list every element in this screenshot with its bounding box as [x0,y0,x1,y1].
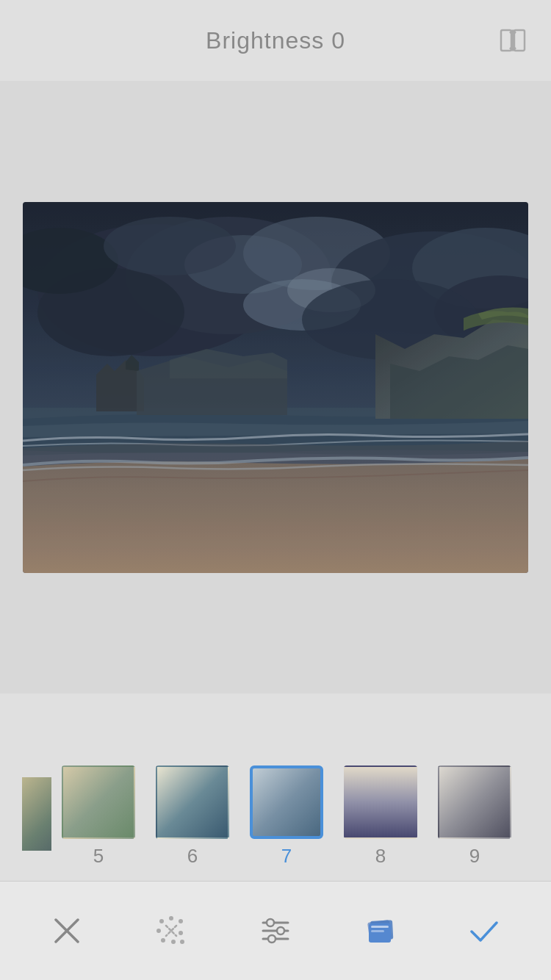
filter-thumb-6 [156,765,229,839]
cancel-button[interactable] [37,901,96,960]
svg-point-39 [267,919,274,926]
filter-item-6[interactable]: 6 [145,758,240,875]
deselect-icon[interactable] [142,901,201,960]
svg-rect-23 [23,202,528,573]
filter-item-7[interactable]: 7 [240,758,334,875]
main-image [23,202,528,573]
svg-rect-45 [371,926,389,928]
filter-label-9: 9 [469,845,480,868]
filter-thumb-7 [250,765,323,839]
filter-strip: 5 6 7 8 9 [0,752,551,881]
svg-point-30 [179,931,183,935]
filter-label-7: 7 [281,845,292,868]
svg-point-26 [159,919,164,923]
filter-thumb-5 [62,765,135,839]
svg-point-27 [169,916,173,920]
brightness-label: Brightness 0 [206,27,345,54]
filter-thumb-9 [438,765,511,839]
svg-rect-1 [514,30,525,51]
confirm-button[interactable] [455,901,514,960]
svg-rect-0 [501,30,511,51]
filter-thumb-8 [344,765,417,839]
filter-items: 5 6 7 8 9 [29,758,522,875]
filter-label-8: 8 [375,845,386,868]
filter-label-5: 5 [93,845,104,868]
filter-item-5[interactable]: 5 [51,758,145,875]
svg-rect-46 [371,930,384,932]
top-bar: Brightness 0 [0,0,551,81]
svg-point-32 [171,940,176,944]
svg-point-41 [268,935,276,943]
svg-point-31 [161,938,165,943]
filter-item-9[interactable]: 9 [428,758,522,875]
svg-point-33 [180,940,184,944]
svg-point-29 [156,929,161,933]
bottom-toolbar [0,881,551,980]
image-container [0,81,551,693]
compare-icon[interactable] [497,24,529,57]
filter-thumb-partial [22,777,51,851]
theme-icon[interactable] [350,901,409,960]
filter-item-8[interactable]: 8 [334,758,428,875]
filter-item-partial[interactable] [22,770,51,864]
svg-point-40 [277,927,284,934]
svg-point-28 [179,919,183,923]
adjust-sliders-icon[interactable] [246,901,305,960]
filter-label-6: 6 [187,845,198,868]
